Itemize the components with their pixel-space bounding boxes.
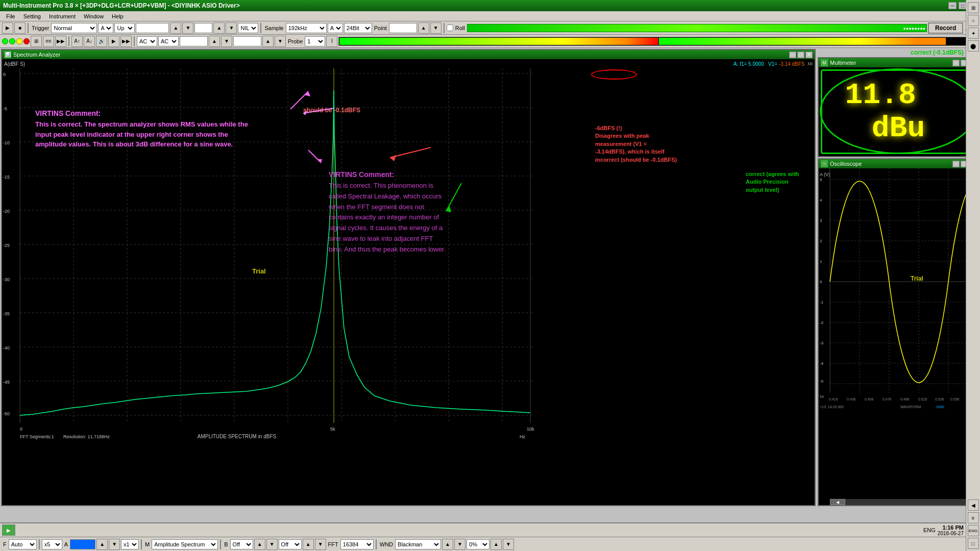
svg-text:0.476: 0.476 [883,397,892,401]
sidebar-btn5[interactable]: ◀ [968,499,979,511]
window-select[interactable]: Blackman [395,539,441,549]
taskbar: ▶ ENG 1:16 PM 2018-06-27 [0,522,966,537]
spectrum-maximize-btn[interactable]: □ [797,52,804,58]
sidebar-btn1[interactable]: ⊞ [968,2,979,13]
sidebar-btn4[interactable]: ⬤ [968,40,979,52]
wrong-level-annotation: -6dBFS (!)Disagrees with peakmeasurement… [595,124,687,164]
icon-btn4[interactable]: A↑ [71,36,83,47]
v1-dn-btn[interactable]: ▼ [221,36,232,47]
ac1-select[interactable]: AC [137,36,157,46]
f-select[interactable]: Auto [9,539,37,549]
trigger-mode-select[interactable]: Normal [51,23,97,33]
sidebar-btn2[interactable]: ○ [968,15,979,26]
sidebar-btn3[interactable]: ✦ [968,28,979,39]
b-sep2 [141,539,142,549]
scale-select[interactable]: x5 [42,539,62,549]
menu-help[interactable]: Help [108,12,128,20]
point-dn-btn[interactable]: ▼ [430,22,442,34]
mode-select[interactable]: Amplitude Spectrum [152,539,218,549]
i-btn[interactable]: I [326,36,337,47]
off2-dn-btn[interactable]: ▼ [315,539,326,550]
osc-minimize-btn[interactable]: ─ [952,161,960,167]
sidebar-btn7[interactable]: ENG [968,525,979,536]
sidebar-btn6[interactable]: ≡ [968,512,979,523]
pct-select[interactable]: 0% [467,539,489,549]
level-input[interactable]: -21.701% [136,23,169,33]
off1-select[interactable]: Off [230,539,253,549]
sample-rate-select[interactable]: 192kHz [286,23,327,33]
start-btn[interactable]: ▶ [2,524,15,536]
stop-btn[interactable]: ■ [14,22,26,34]
icon-btn8[interactable]: ▶▶ [120,36,132,47]
db-up-btn[interactable]: ▲ [96,539,108,550]
icon-btn6[interactable]: 🔊 [96,36,107,47]
v2-input[interactable]: +4.32V [233,36,261,46]
level-up-btn[interactable]: ▲ [170,22,181,34]
window-dn-btn[interactable]: ▼ [454,539,465,550]
spectrum-close-btn[interactable]: ✕ [805,52,813,58]
channel-b-select[interactable]: A [328,23,343,33]
svg-text:FFT Segments:1: FFT Segments:1 [20,434,54,439]
correct-annotation: correct (agrees withAudio Precisionoutpu… [746,170,812,194]
spectrum-panel-controls[interactable]: ─ □ ✕ [789,52,813,58]
multimeter-titlebar: M Multimeter ─ □ ✕ [819,58,978,67]
mm-minimize-btn[interactable]: ─ [952,60,960,66]
roll-checkbox[interactable] [447,24,453,31]
level-dn-btn[interactable]: ▼ [182,22,193,34]
record-button[interactable]: Record [928,22,963,34]
led-red1 [23,38,30,44]
off1-dn-btn[interactable]: ▼ [266,539,278,550]
point-input[interactable]: 19200 [389,23,417,33]
sidebar-btn8[interactable]: □ [968,538,979,549]
pct-input[interactable]: 0% [194,23,212,33]
pct-up-btn-b[interactable]: ▲ [491,539,502,550]
v1-up-btn[interactable]: ▲ [209,36,220,47]
icon-btn7[interactable]: ▶ [108,36,119,47]
off2-select[interactable]: Off [279,539,302,549]
svg-text:4: 4 [820,198,822,203]
v1-input[interactable]: +4.32V [180,36,208,46]
spectrum-icon: 📊 [4,51,11,58]
level-db-input[interactable]: -50dB [70,539,95,549]
off1-up-btn[interactable]: ▲ [254,539,265,550]
pct-dn-btn[interactable]: ▼ [226,22,237,34]
svg-text:-4: -4 [820,361,824,366]
nil-select[interactable]: NIL [238,23,258,33]
svg-text:5k: 5k [330,427,335,432]
wnd-label: WND [379,541,394,547]
spectrum-info-bar: A(dBF S) A: f1= 5.0000 V1= -3.14 dBFS Mi [2,59,815,68]
minimize-btn[interactable]: ─ [948,2,957,9]
menu-setting[interactable]: Setting [19,12,45,20]
db-dn-btn[interactable]: ▼ [109,539,120,550]
fft-select[interactable]: 16384 [340,539,374,549]
icon-btn3[interactable]: ▶▶ [55,36,66,47]
icon-btn1[interactable]: ⊞ [31,36,42,47]
icon-btn5[interactable]: A↓ [84,36,95,47]
v2-up-btn[interactable]: ▲ [262,36,274,47]
menu-file[interactable]: File [2,12,19,20]
bit-depth-select[interactable]: 24Bit [344,23,372,33]
direction-select[interactable]: Up [114,23,135,33]
spectrum-minimize-btn[interactable]: ─ [789,52,796,58]
window-up-btn[interactable]: ▲ [442,539,453,550]
osc-scrollbar[interactable]: ◀ ▶ [830,499,978,505]
icon-btn2[interactable]: ≡≡ [43,36,54,47]
pct-up-btn[interactable]: ▲ [213,22,225,34]
menu-instrument[interactable]: Instrument [45,12,80,20]
menu-window[interactable]: Window [80,12,108,20]
probe-select[interactable]: 1 [305,36,325,46]
channel-a-select[interactable]: A [98,23,113,33]
point-up-btn[interactable]: ▲ [418,22,429,34]
pct-dn-btn-b[interactable]: ▼ [503,539,514,550]
v2-dn-btn[interactable]: ▼ [275,36,286,47]
multimeter-icon: M [821,59,828,66]
svg-text:+13: 18:20:385: +13: 18:20:385 [820,405,844,409]
play-btn[interactable]: ▶ [2,22,13,34]
spectrum-chart: 0 -5 -10 -15 -20 -25 -30 -35 -40 -45 -50 [2,68,815,505]
x1-select[interactable]: x1 [121,539,139,549]
scroll-left[interactable]: ◀ [830,499,845,505]
oscilloscope-panel: ~ Oscilloscope ─ □ ✕ A (V) 5 4 3 [818,158,979,506]
trial-watermark: Trial [252,267,266,275]
ac2-select[interactable]: AC [158,36,179,46]
off2-up-btn[interactable]: ▲ [303,539,314,550]
